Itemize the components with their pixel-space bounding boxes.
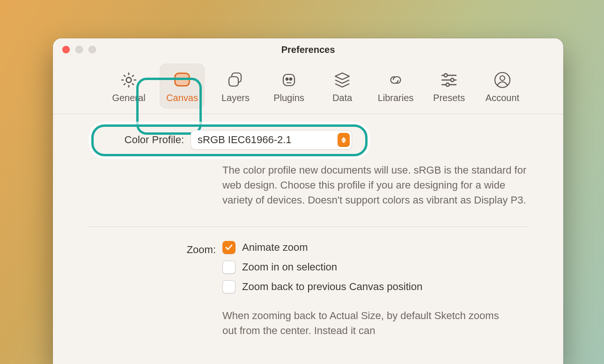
window-title: Preferences (53, 44, 563, 55)
tab-label: Account (486, 93, 519, 103)
tab-layers[interactable]: Layers (213, 64, 258, 109)
preferences-toolbar: General Canvas Layers (53, 61, 563, 114)
svg-point-8 (444, 74, 448, 77)
tab-label: Presets (433, 93, 465, 103)
svg-rect-4 (283, 74, 295, 86)
zoom-description: When zooming back to Actual Size, by def… (222, 308, 503, 338)
color-profile-select[interactable]: sRGB IEC61966-2.1 (191, 130, 352, 150)
tab-label: Plugins (273, 93, 304, 103)
color-profile-description: The color profile new documents will use… (222, 163, 528, 208)
tab-label: Layers (221, 93, 250, 103)
tab-plugins[interactable]: Plugins (266, 64, 311, 109)
section-divider (88, 226, 528, 227)
stack-icon (332, 70, 352, 90)
svg-point-10 (451, 79, 454, 82)
dropdown-stepper-icon (338, 133, 350, 147)
checkbox-zoom-in-selection[interactable] (222, 261, 236, 274)
tab-canvas[interactable]: Canvas (160, 64, 205, 109)
plug-icon (279, 70, 299, 90)
tab-label: Libraries (378, 93, 414, 103)
svg-point-6 (290, 78, 292, 80)
svg-point-14 (500, 76, 505, 80)
checkbox-animate-zoom[interactable] (222, 241, 236, 254)
layers-icon (226, 70, 245, 90)
canvas-icon (172, 70, 192, 90)
link-icon (386, 70, 405, 90)
titlebar: Preferences (53, 38, 563, 61)
zoom-option-label: Zoom back to previous Canvas position (242, 281, 422, 293)
preferences-window: Preferences General Canvas (53, 38, 563, 364)
checkbox-zoom-back-position[interactable] (222, 280, 236, 293)
tab-account[interactable]: Account (480, 64, 525, 109)
person-circle-icon (493, 70, 512, 90)
svg-point-12 (446, 83, 449, 87)
zoom-window-button[interactable] (88, 46, 96, 53)
tab-label: General (112, 93, 145, 103)
tab-label: Data (332, 93, 352, 103)
svg-point-5 (286, 78, 288, 80)
sliders-icon (439, 70, 459, 90)
zoom-label: Zoom: (93, 241, 222, 256)
tab-general[interactable]: General (106, 64, 151, 109)
svg-point-0 (126, 78, 132, 83)
tab-data[interactable]: Data (320, 64, 365, 109)
svg-rect-1 (175, 73, 190, 86)
zoom-option-label: Animate zoom (242, 241, 308, 254)
color-profile-value: sRGB IEC61966-2.1 (198, 134, 338, 146)
preferences-content: Color Profile: sRGB IEC61966-2.1 The col… (53, 114, 563, 338)
svg-rect-3 (229, 77, 238, 86)
color-profile-label: Color Profile: (100, 134, 184, 146)
window-controls (62, 46, 96, 53)
tab-label: Canvas (166, 93, 198, 103)
gear-icon (119, 70, 139, 90)
zoom-option-label: Zoom in on selection (242, 261, 337, 273)
tab-presets[interactable]: Presets (427, 64, 471, 109)
close-window-button[interactable] (62, 46, 70, 53)
tab-libraries[interactable]: Libraries (373, 64, 418, 109)
minimize-window-button[interactable] (75, 46, 83, 53)
